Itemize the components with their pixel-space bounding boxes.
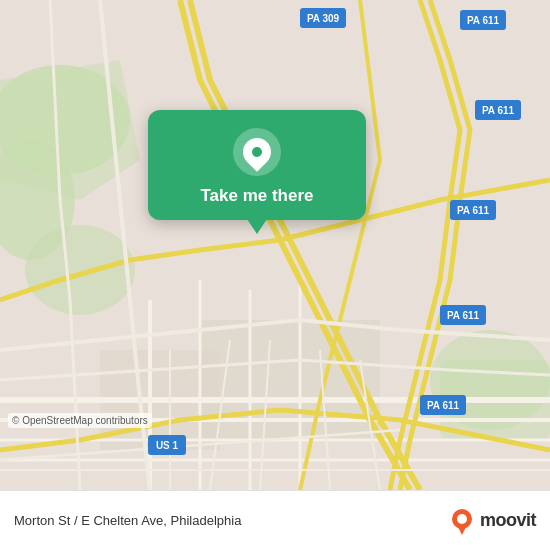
location-icon-wrap bbox=[233, 128, 281, 176]
map-container[interactable]: PA 309 PA 611 PA 611 PA 611 PA 611 PA 61… bbox=[0, 0, 550, 490]
bottom-address: Morton St / E Chelten Ave, Philadelphia bbox=[14, 513, 448, 528]
svg-text:PA 611: PA 611 bbox=[457, 205, 490, 216]
svg-text:PA 309: PA 309 bbox=[307, 13, 340, 24]
svg-point-3 bbox=[25, 225, 135, 315]
svg-text:PA 611: PA 611 bbox=[427, 400, 460, 411]
svg-point-39 bbox=[457, 514, 467, 524]
moovit-icon bbox=[448, 507, 476, 535]
popup-label: Take me there bbox=[200, 186, 313, 206]
svg-text:US 1: US 1 bbox=[156, 440, 179, 451]
osm-credit: © OpenStreetMap contributors bbox=[8, 413, 152, 428]
moovit-logo: moovit bbox=[448, 507, 536, 535]
bottom-bar: Morton St / E Chelten Ave, Philadelphia … bbox=[0, 490, 550, 550]
svg-text:PA 611: PA 611 bbox=[447, 310, 480, 321]
popup-card[interactable]: Take me there bbox=[148, 110, 366, 220]
moovit-brand-text: moovit bbox=[480, 510, 536, 531]
location-pin-icon bbox=[237, 132, 277, 172]
svg-marker-40 bbox=[457, 525, 467, 535]
svg-text:PA 611: PA 611 bbox=[467, 15, 500, 26]
svg-text:PA 611: PA 611 bbox=[482, 105, 515, 116]
